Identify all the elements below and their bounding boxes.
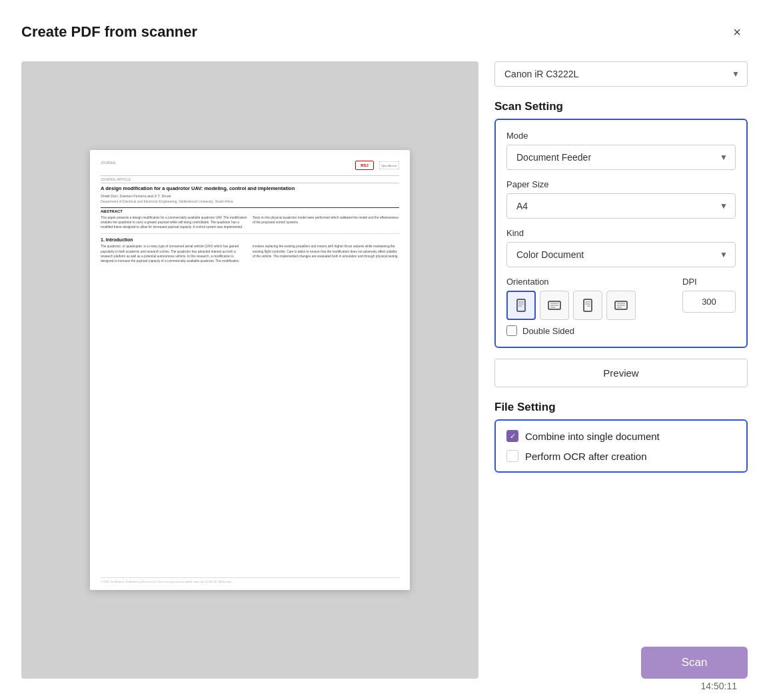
doc-intro-header: 1. Introduction bbox=[101, 237, 399, 242]
doc-affiliation: Department of Electrical and Electronic … bbox=[101, 199, 399, 203]
doc-article-title: A design modification for a quadrotor UA… bbox=[101, 185, 399, 192]
close-button[interactable]: × bbox=[726, 21, 748, 43]
scan-button[interactable]: Scan bbox=[641, 647, 748, 679]
dialog-footer: Scan bbox=[494, 633, 748, 679]
dialog-body: JOURNAL RSJ Open Access bbox=[21, 61, 748, 679]
orient-landscape-flip-button[interactable] bbox=[606, 291, 636, 320]
ocr-row: Perform OCR after creation bbox=[506, 450, 736, 462]
ocr-label: Perform OCR after creation bbox=[525, 451, 647, 462]
doc-rsj-logo: RSJ bbox=[355, 161, 374, 170]
doc-journal-bar: JOURNAL ARTICLE bbox=[101, 175, 399, 183]
mode-field-group: Mode Document Feeder Flatbed ▼ bbox=[506, 131, 736, 170]
doc-abstract-text: This paper presents a design modificatio… bbox=[101, 215, 399, 230]
doc-body-text: The quadrotor, or quadcopter, is a rotar… bbox=[101, 244, 399, 263]
combine-row: Combine into single document bbox=[506, 430, 736, 442]
double-sided-checkbox[interactable] bbox=[506, 325, 517, 336]
doc-badge: Open Access bbox=[379, 161, 399, 170]
orient-portrait-button[interactable] bbox=[506, 291, 536, 320]
doc-abstract-header: ABSTRACT bbox=[101, 207, 399, 213]
orientation-label: Orientation bbox=[506, 277, 672, 287]
kind-select[interactable]: Color Document Black & White Grayscale bbox=[506, 242, 736, 267]
scanner-select[interactable]: Canon iR C3222L Canon iR C3322 HP LaserJ… bbox=[494, 61, 748, 87]
kind-label: Kind bbox=[506, 228, 736, 238]
landscape-icon bbox=[547, 298, 562, 313]
timestamp: 14:50:11 bbox=[701, 681, 738, 691]
mode-select-wrapper[interactable]: Document Feeder Flatbed ▼ bbox=[506, 145, 736, 170]
svg-text:Open Access: Open Access bbox=[381, 164, 397, 167]
mode-select[interactable]: Document Feeder Flatbed bbox=[506, 145, 736, 170]
double-sided-row: Double Sided bbox=[506, 325, 736, 336]
orientation-group: Orientation bbox=[506, 277, 672, 320]
ocr-checkbox[interactable] bbox=[506, 450, 518, 462]
dialog-title: Create PDF from scanner bbox=[21, 23, 197, 41]
doc-authors: Shalit Durr, Damien Ferreira and A.T. Dr… bbox=[101, 194, 399, 198]
dpi-label: DPI bbox=[682, 277, 736, 287]
settings-panel: Canon iR C3222L Canon iR C3322 HP LaserJ… bbox=[494, 61, 748, 679]
mode-label: Mode bbox=[506, 131, 736, 141]
scanner-select-wrapper[interactable]: Canon iR C3222L Canon iR C3322 HP LaserJ… bbox=[494, 61, 748, 87]
scanner-select-row: Canon iR C3222L Canon iR C3322 HP LaserJ… bbox=[494, 61, 748, 87]
create-pdf-dialog: Create PDF from scanner × JOURNAL RSJ bbox=[0, 0, 769, 700]
preview-button[interactable]: Preview bbox=[494, 359, 748, 387]
dpi-group: DPI bbox=[682, 277, 736, 313]
doc-divider bbox=[101, 233, 399, 234]
svg-rect-2 bbox=[517, 299, 525, 311]
paper-size-select[interactable]: A4 A3 Letter Legal bbox=[506, 193, 736, 219]
kind-field-group: Kind Color Document Black & White Graysc… bbox=[506, 228, 736, 267]
doc-header-area: JOURNAL RSJ Open Access bbox=[101, 161, 399, 170]
file-setting-title: File Setting bbox=[494, 401, 748, 414]
dialog-header: Create PDF from scanner × bbox=[21, 21, 748, 43]
orient-portrait-flip-button[interactable] bbox=[573, 291, 602, 320]
kind-select-wrapper[interactable]: Color Document Black & White Grayscale ▼ bbox=[506, 242, 736, 267]
doc-journal-name: JOURNAL bbox=[101, 161, 116, 165]
document-preview: JOURNAL RSJ Open Access bbox=[90, 150, 410, 590]
paper-size-label: Paper Size bbox=[506, 179, 736, 189]
combine-label: Combine into single document bbox=[525, 431, 660, 442]
portrait-icon bbox=[514, 298, 528, 313]
paper-size-field-group: Paper Size A4 A3 Letter Legal ▼ bbox=[506, 179, 736, 219]
orientation-buttons bbox=[506, 291, 672, 320]
doc-logo-area: RSJ Open Access bbox=[355, 161, 399, 170]
scan-setting-bordered: Mode Document Feeder Flatbed ▼ Paper Siz… bbox=[494, 119, 748, 348]
svg-rect-10 bbox=[584, 299, 592, 311]
dpi-input[interactable] bbox=[682, 291, 736, 313]
scan-setting-title: Scan Setting bbox=[494, 100, 748, 113]
timestamp-area: 14:50:11 bbox=[701, 680, 738, 692]
orientation-dpi-row: Orientation bbox=[506, 277, 736, 320]
portrait-flip-icon bbox=[580, 298, 595, 313]
landscape-flip-icon bbox=[614, 298, 628, 313]
paper-size-select-wrapper[interactable]: A4 A3 Letter Legal ▼ bbox=[506, 193, 736, 219]
double-sided-label: Double Sided bbox=[522, 326, 574, 336]
scan-setting-section: Scan Setting Mode Document Feeder Flatbe… bbox=[494, 100, 748, 348]
file-setting-bordered: Combine into single document Perform OCR… bbox=[494, 419, 748, 473]
doc-footer: © 2021 The Authors. Published by Elsevie… bbox=[101, 577, 399, 583]
file-setting-section: File Setting Combine into single documen… bbox=[494, 401, 748, 473]
preview-panel: JOURNAL RSJ Open Access bbox=[21, 61, 478, 679]
combine-checkbox[interactable] bbox=[506, 430, 518, 442]
orient-landscape-button[interactable] bbox=[540, 291, 569, 320]
